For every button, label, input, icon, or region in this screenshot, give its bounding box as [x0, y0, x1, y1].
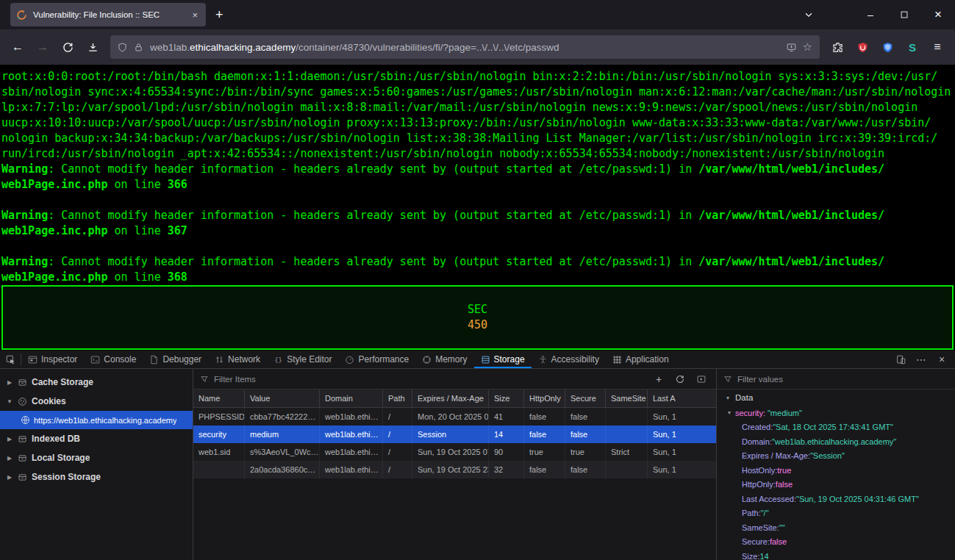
cell-value: medium	[245, 426, 320, 443]
devtools-tab-inspector[interactable]: Inspector	[21, 351, 84, 368]
twisty-icon[interactable]: ▶	[6, 379, 13, 386]
column-header-secure[interactable]: Secure	[565, 390, 606, 407]
svg-text:{}: {}	[274, 356, 282, 363]
passwd-line: nologin backup:x:34:34:backup:/var/backu…	[1, 131, 955, 146]
tracking-shield-icon[interactable]	[118, 43, 127, 52]
column-header-expires-max-age[interactable]: Expires / Max-Age	[412, 390, 489, 407]
sidebar-item-cookies[interactable]: ▼Cookies	[0, 392, 193, 411]
column-header-samesite[interactable]: SameSite	[606, 390, 648, 407]
data-section-header[interactable]: ▼ Data	[717, 390, 955, 406]
data-entry-key: HostOnly:	[742, 466, 777, 475]
cookies-icon	[18, 397, 27, 406]
shield-extension-icon[interactable]	[876, 35, 899, 59]
minimize-button[interactable]: –	[854, 0, 887, 29]
twisty-icon[interactable]: ▶	[6, 436, 13, 442]
devtools-menu-icon[interactable]: ⋯	[912, 351, 931, 368]
data-entry-size: Size:14	[717, 549, 955, 560]
add-item-button[interactable]: +	[651, 371, 667, 387]
twisty-icon[interactable]: ▶	[6, 474, 13, 481]
data-entry-value: "/"	[761, 509, 769, 517]
sidebar-item-session-storage[interactable]: ▶Session Storage	[0, 467, 193, 487]
cell-value: cbba77bc42222…	[245, 408, 320, 426]
cookie-row-blank[interactable]: 2a0acda36860c…web1lab.ethi…/Sun, 19 Oct …	[193, 461, 716, 478]
data-entry-value: false	[776, 480, 793, 489]
s-extension-icon[interactable]: S	[901, 35, 924, 59]
devtools-tab-performance[interactable]: Performance	[338, 351, 415, 368]
url-bar[interactable]: web1lab.ethicalhacking.academy/container…	[110, 35, 820, 59]
tab-list-chevron-icon[interactable]	[796, 0, 821, 29]
refresh-items-button[interactable]	[672, 371, 688, 387]
ublock-extension-icon[interactable]	[851, 35, 874, 59]
session-storage-icon	[18, 473, 27, 482]
local-storage-icon	[18, 453, 27, 463]
data-entry-expires-max-age: Expires / Max-Age:"Session"	[717, 449, 955, 464]
cell-httpOnly: false	[524, 461, 565, 478]
filter-items-input[interactable]: Filter Items	[214, 375, 645, 384]
new-tab-button[interactable]: +	[206, 7, 233, 23]
maximize-button[interactable]	[887, 0, 921, 29]
passwd-line: uucp:x:10:10:uucp:/var/spool/uucp:/usr/s…	[1, 115, 955, 131]
sidebar-item-indexed-db[interactable]: ▶Indexed DB	[0, 429, 193, 448]
window-close-button[interactable]: ×	[921, 0, 955, 29]
save-page-icon[interactable]	[787, 43, 796, 52]
sec-box-line1: SEC	[468, 302, 487, 317]
indexed-db-icon	[18, 434, 27, 444]
cookie-row-security[interactable]: securitymediumweb1lab.ethi…/Session14fal…	[193, 426, 716, 443]
extension-puzzle-icon[interactable]	[826, 35, 849, 59]
column-header-httponly[interactable]: HttpOnly	[524, 390, 565, 407]
menu-button[interactable]: ≡	[926, 35, 949, 59]
column-header-size[interactable]: Size	[489, 390, 524, 407]
devtools-tab-console[interactable]: Console	[84, 351, 143, 368]
devtools-close-icon[interactable]: ×	[932, 351, 951, 368]
bookmark-star-icon[interactable]: ☆	[803, 40, 812, 54]
data-root-key: security:	[735, 409, 765, 417]
devtools-tab-debugger[interactable]: Debugger	[143, 351, 208, 368]
cell-expires: Sun, 19 Oct 2025 23…	[412, 461, 489, 478]
twisty-icon[interactable]: ▼	[6, 398, 13, 405]
browser-tab[interactable]: Vulnerability: File Inclusion :: SEC ×	[10, 3, 206, 26]
lock-icon[interactable]	[134, 43, 143, 52]
filter-icon	[723, 375, 732, 384]
sidebar-item-local-storage[interactable]: ▶Local Storage	[0, 448, 193, 467]
console-icon	[90, 355, 100, 365]
panel-toggle-button[interactable]	[693, 371, 709, 387]
data-entry-value: "Sun, 19 Oct 2025 04:31:46 GMT"	[796, 495, 919, 503]
data-root-row[interactable]: ▼security:"medium"	[717, 406, 955, 420]
devtools-tab-style-editor[interactable]: {}Style Editor	[267, 351, 338, 368]
devtools-tab-accessibility[interactable]: Accessibility	[532, 351, 606, 368]
column-header-domain[interactable]: Domain	[320, 390, 383, 407]
devtools-tab-application[interactable]: Application	[606, 351, 676, 368]
column-header-path[interactable]: Path	[383, 390, 412, 407]
column-header-last-a[interactable]: Last A	[648, 390, 716, 407]
twisty-icon[interactable]: ▶	[6, 455, 13, 462]
back-button[interactable]: ←	[6, 35, 29, 59]
forward-button[interactable]: →	[31, 35, 54, 59]
tab-close-icon[interactable]: ×	[190, 10, 200, 21]
sidebar-item-host[interactable]: https://web1lab.ethicalhacking.academy	[0, 411, 193, 429]
cell-secure: false	[565, 408, 606, 426]
cookie-row-phpsessid[interactable]: PHPSESSIDcbba77bc42222…web1lab.ethi…/Mon…	[193, 408, 716, 426]
reload-button[interactable]	[56, 35, 79, 59]
filter-values-bar: Filter values	[717, 369, 955, 390]
devtools-tab-storage[interactable]: Storage	[474, 351, 532, 368]
devtools-tab-network[interactable]: Network	[208, 351, 267, 368]
pick-element-icon[interactable]	[0, 351, 21, 368]
memory-icon	[422, 355, 432, 365]
style-editor-icon: {}	[273, 355, 283, 365]
responsive-mode-icon[interactable]	[891, 351, 910, 368]
data-entry-samesite: SameSite:""	[717, 520, 955, 535]
filter-values-input[interactable]: Filter values	[737, 375, 948, 384]
devtools-tab-label: Console	[104, 354, 136, 365]
devtools-tab-label: Application	[626, 354, 669, 365]
sec-box-line2: 450	[468, 317, 487, 333]
download-button[interactable]	[81, 35, 104, 59]
sidebar-item-cache-storage[interactable]: ▶Cache Storage	[0, 373, 193, 392]
sidebar-host-label: https://web1lab.ethicalhacking.academy	[34, 416, 176, 425]
cookie-row-web1-sid[interactable]: web1.sids%3AeoVL_0Wc…web1lab.ethi…/Sun, …	[193, 443, 716, 461]
data-entry-value: ""	[779, 523, 785, 532]
column-header-name[interactable]: Name	[193, 390, 245, 407]
cell-lastAccessed: Sun, 1	[648, 426, 716, 443]
blank-line	[1, 239, 955, 254]
column-header-value[interactable]: Value	[245, 390, 320, 407]
devtools-tab-memory[interactable]: Memory	[415, 351, 473, 368]
